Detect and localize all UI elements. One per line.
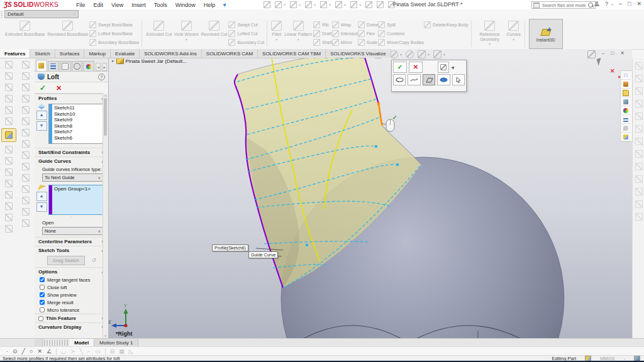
scale-button[interactable]: Scale (358, 39, 379, 46)
print-icon[interactable] (320, 1, 327, 8)
toolbar-icon[interactable] (21, 219, 30, 227)
thin-feature-checkbox[interactable] (38, 316, 43, 321)
toolbar-icon[interactable] (635, 112, 643, 120)
slot-tool-icon[interactable]: ⊟ (110, 348, 115, 354)
search-input[interactable] (541, 3, 587, 8)
toolbar-icon[interactable] (635, 124, 643, 133)
restore-button[interactable]: □ (628, 1, 631, 7)
file-explorer-icon[interactable] (621, 89, 631, 97)
search-box[interactable]: ▾ (531, 1, 596, 9)
toolbar-icon[interactable] (21, 140, 30, 148)
undo-icon[interactable]: ↺ (92, 257, 97, 263)
pointer-select-button[interactable] (452, 74, 465, 85)
thin-feature-header[interactable]: Thin Feature ∨ (35, 314, 108, 322)
toolbar-icon[interactable] (21, 72, 30, 80)
toolbar-icon[interactable] (4, 168, 13, 176)
tab-evaluate[interactable]: Evaluate (111, 49, 140, 58)
profile-item[interactable]: Sketch9 (54, 117, 105, 123)
tab-scroll-right-icon[interactable]: ▸ (102, 63, 107, 71)
toolbar-icon[interactable] (4, 156, 13, 165)
open-dropdown[interactable]: None∨ (42, 227, 103, 235)
toolbar-icon[interactable] (1, 128, 16, 142)
toolbar-grip[interactable] (1, 11, 3, 18)
toolbar-icon[interactable] (21, 151, 30, 159)
graphics-viewport[interactable]: ✓ Y Z ▸ Pinata Sweet Jar (Default... (108, 49, 632, 338)
offset-tool-icon[interactable]: ╲ (79, 348, 82, 354)
toolbar-icon[interactable] (635, 137, 643, 145)
centerline-parameters-header[interactable]: Centerline Parameters∨ (35, 237, 108, 246)
help-icon[interactable]: ? (98, 74, 105, 80)
combine-button[interactable]: Combine (378, 30, 424, 37)
show-preview-checkbox[interactable] (40, 292, 45, 297)
menu-edit[interactable]: Edit (93, 2, 103, 8)
profiles-section-header[interactable]: Profiles∧ (35, 94, 108, 102)
wrap-button[interactable]: Wrap (332, 21, 358, 28)
pin-icon[interactable]: ➤ (450, 63, 457, 70)
tab-features[interactable]: Features (0, 49, 30, 58)
start-end-constraints-header[interactable]: Start/End Constraints∨ (35, 148, 108, 156)
trim-tool-icon[interactable]: ✕ (37, 348, 42, 354)
toolbar-icon[interactable] (635, 62, 643, 70)
panel-scrollbar[interactable]: ∧ ∨ (103, 93, 108, 338)
apply-scene-icon[interactable] (418, 50, 426, 58)
guide-curves-list[interactable]: Open Group<1> (48, 185, 106, 215)
flyout-feature-tree-item[interactable]: ▸ Pinata Sweet Jar (Default... (112, 58, 187, 64)
toolbar-icon[interactable] (4, 106, 13, 114)
toolbar-icon[interactable] (21, 207, 30, 216)
toolbar-icon[interactable] (4, 72, 13, 80)
merge-result-checkbox[interactable] (40, 300, 45, 305)
tab-solidworks-visualize[interactable]: SOLIDWORKS Visualize (326, 49, 391, 58)
circle-center-tool-icon[interactable]: ⊙ (13, 348, 18, 354)
configuration-dropdown[interactable]: Default∨ (4, 10, 79, 18)
merge-tangent-faces-checkbox[interactable] (40, 277, 45, 282)
instant3d-button[interactable]: Instant3D (529, 19, 563, 49)
close-button[interactable]: ✕ (636, 1, 641, 7)
rib-button[interactable]: Rib (313, 21, 332, 28)
profiles-list[interactable]: Sketch11 Sketch10 Sketch9 Sketch8 Sketch… (48, 104, 106, 144)
fillet-button[interactable]: Fillet▾ (270, 19, 283, 49)
toolbar-icon[interactable] (21, 173, 30, 182)
search-scope-icon[interactable] (533, 3, 540, 8)
custom-properties-icon[interactable] (621, 115, 631, 124)
dimxpert-tab[interactable] (72, 61, 83, 71)
view-settings-icon[interactable] (433, 50, 441, 58)
convert-tool-icon[interactable]: ≻ (70, 348, 75, 354)
tab-markup[interactable]: Markup (84, 49, 111, 58)
tab-solidworks-cam[interactable]: SOLIDWORKS CAM (202, 49, 258, 58)
rectangle-tool-icon[interactable]: ▭ (95, 348, 101, 354)
menu-insert[interactable]: Insert (131, 2, 146, 8)
delete-keep-body-button[interactable]: Delete/Keep Body (424, 21, 468, 28)
contour-select-button[interactable] (393, 74, 406, 85)
document-window-controls[interactable]: – □ ✕ (587, 50, 625, 58)
dropdown-icon[interactable]: ▾ (443, 52, 445, 57)
toolbar-icon[interactable] (21, 162, 30, 170)
cascade-icon[interactable] (587, 50, 596, 58)
micro-tolerance-checkbox[interactable] (40, 307, 45, 312)
toolbar-icon[interactable] (21, 196, 30, 204)
toolbar-icon[interactable] (21, 83, 30, 91)
menu-view[interactable]: View (111, 2, 123, 8)
circle-tool-icon[interactable]: ○ (30, 348, 33, 354)
expand-arrow-icon[interactable]: ▸ (112, 58, 114, 63)
swept-cut-button[interactable]: Swept Cut (228, 21, 264, 28)
ok-button[interactable]: ✓ (40, 84, 46, 92)
move-profile-down-button[interactable]: ▼ (36, 121, 47, 131)
cancel-button[interactable]: ✕ (409, 62, 423, 73)
login-user-icon[interactable] (594, 1, 599, 6)
toolbar-icon[interactable] (21, 128, 30, 136)
accept-button[interactable]: ✓ (393, 62, 407, 73)
selected-vertex-orange[interactable] (377, 102, 380, 106)
profile-item[interactable]: Sketch10 (54, 111, 105, 118)
swept-boss-base-button[interactable]: Swept Boss/Base (89, 21, 139, 28)
toolbar-icon[interactable] (4, 60, 13, 69)
splitter-grip[interactable] (44, 340, 68, 346)
tab-solidworks-add-ins[interactable]: SOLIDWORKS Add-Ins (140, 49, 202, 58)
menu-tools[interactable]: Tools (154, 2, 167, 8)
hide-show-items-icon[interactable] (390, 50, 398, 58)
toolbar-icon[interactable] (4, 94, 13, 102)
toolbar-icon[interactable] (635, 150, 643, 158)
surface-select-button[interactable] (437, 74, 450, 85)
minimize-button[interactable]: – (619, 1, 622, 7)
mirror-button[interactable]: Mirror (332, 39, 358, 46)
profile-item[interactable]: Sketch6 (54, 135, 105, 141)
